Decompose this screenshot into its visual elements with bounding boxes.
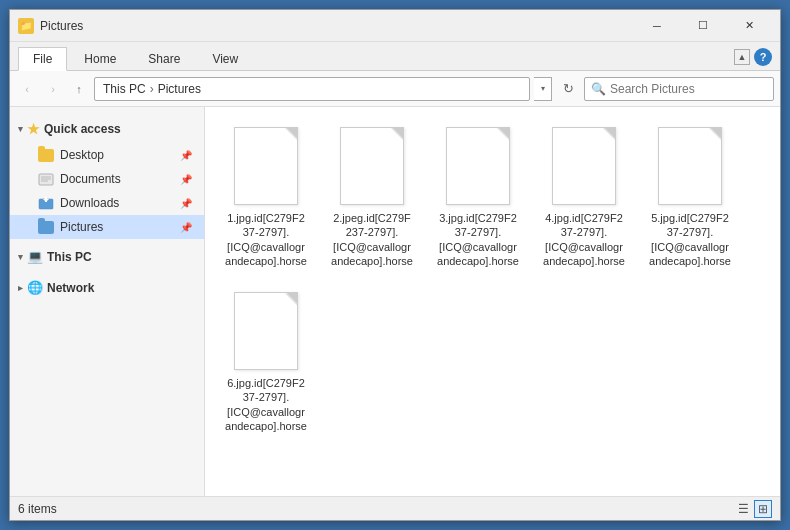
sidebar-item-pictures[interactable]: Pictures 📌 [10, 215, 204, 239]
sidebar-icon-star: ★ [27, 121, 40, 137]
sidebar-label-desktop: Desktop [60, 148, 104, 162]
address-path[interactable]: This PC › Pictures [94, 77, 530, 101]
maximize-button[interactable]: ☐ [680, 10, 726, 42]
files-grid: 1.jpg.id[C279F237-2797].[ICQ@cavallogran… [221, 123, 764, 437]
breadcrumb-separator: › [150, 82, 154, 96]
pictures-folder-icon [38, 219, 54, 235]
ribbon-tabs: File Home Share View ▲ ? [10, 42, 780, 70]
this-pc-icon: 💻 [27, 249, 43, 264]
file-icon-5 [658, 127, 722, 205]
quick-access-label: Quick access [44, 122, 121, 136]
breadcrumb-this-pc[interactable]: This PC [103, 82, 146, 96]
back-button[interactable]: ‹ [16, 78, 38, 100]
title-bar: 📁 Pictures ─ ☐ ✕ [10, 10, 780, 42]
desktop-folder-icon [38, 147, 54, 163]
svg-rect-7 [45, 197, 47, 202]
file-name-2: 2.jpeg.id[C279F237-2797].[ICQ@cavallogra… [331, 211, 413, 268]
chevron-right-network-icon: ▸ [18, 283, 23, 293]
sidebar-item-documents[interactable]: Documents 📌 [10, 167, 204, 191]
sidebar-section-quick-access[interactable]: ▾ ★ Quick access [10, 115, 204, 143]
pin-icon-downloads: 📌 [180, 198, 192, 209]
search-box[interactable]: 🔍 [584, 77, 774, 101]
sidebar-item-downloads[interactable]: Downloads 📌 [10, 191, 204, 215]
file-icon-1 [234, 127, 298, 205]
tab-view[interactable]: View [197, 47, 253, 70]
file-icon-2 [340, 127, 404, 205]
network-icon: 🌐 [27, 280, 43, 295]
documents-folder-icon [38, 171, 54, 187]
file-name-6: 6.jpg.id[C279F237-2797].[ICQ@cavallogran… [225, 376, 307, 433]
file-item[interactable]: 4.jpg.id[C279F237-2797].[ICQ@cavallogran… [539, 123, 629, 272]
search-icon: 🔍 [591, 82, 606, 96]
file-name-1: 1.jpg.id[C279F237-2797].[ICQ@cavallogran… [225, 211, 307, 268]
tab-home[interactable]: Home [69, 47, 131, 70]
chevron-down-icon: ▾ [18, 124, 23, 134]
file-name-4: 4.jpg.id[C279F237-2797].[ICQ@cavallogran… [543, 211, 625, 268]
minimize-button[interactable]: ─ [634, 10, 680, 42]
network-label: Network [47, 281, 94, 295]
address-dropdown-button[interactable]: ▾ [534, 77, 552, 101]
forward-button[interactable]: › [42, 78, 64, 100]
file-name-3: 3.jpg.id[C279F237-2797].[ICQ@cavallogran… [437, 211, 519, 268]
file-item[interactable]: 5.jpg.id[C279F237-2797].[ICQ@cavallogran… [645, 123, 735, 272]
sidebar-section-network[interactable]: ▸ 🌐 Network [10, 274, 204, 301]
sidebar-section-this-pc[interactable]: ▾ 💻 This PC [10, 243, 204, 270]
search-input[interactable] [610, 82, 767, 96]
address-bar: ‹ › ↑ This PC › Pictures ▾ ↻ 🔍 [10, 71, 780, 107]
tab-share[interactable]: Share [133, 47, 195, 70]
file-item[interactable]: 2.jpeg.id[C279F237-2797].[ICQ@cavallogra… [327, 123, 417, 272]
tab-file[interactable]: File [18, 47, 67, 71]
file-name-5: 5.jpg.id[C279F237-2797].[ICQ@cavallogran… [649, 211, 731, 268]
file-explorer-window: 📁 Pictures ─ ☐ ✕ File Home Share View ▲ … [9, 9, 781, 521]
chevron-right-icon: ▾ [18, 252, 23, 262]
status-bar: 6 items ☰ ⊞ [10, 496, 780, 520]
icon-view-button[interactable]: ⊞ [754, 500, 772, 518]
ribbon: File Home Share View ▲ ? [10, 42, 780, 71]
window-controls: ─ ☐ ✕ [634, 10, 772, 42]
refresh-button[interactable]: ↻ [556, 77, 580, 101]
file-item[interactable]: 1.jpg.id[C279F237-2797].[ICQ@cavallogran… [221, 123, 311, 272]
file-icon-3 [446, 127, 510, 205]
sidebar-label-pictures: Pictures [60, 220, 103, 234]
file-icon-4 [552, 127, 616, 205]
window-title: Pictures [40, 19, 634, 33]
file-item[interactable]: 3.jpg.id[C279F237-2797].[ICQ@cavallogran… [433, 123, 523, 272]
file-icon-6 [234, 292, 298, 370]
sidebar: ▾ ★ Quick access Desktop 📌 [10, 107, 205, 496]
help-button[interactable]: ? [754, 48, 772, 66]
main-content: ▾ ★ Quick access Desktop 📌 [10, 107, 780, 496]
list-view-button[interactable]: ☰ [734, 500, 752, 518]
sidebar-label-documents: Documents [60, 172, 121, 186]
window-icon: 📁 [18, 18, 34, 34]
file-item[interactable]: 6.jpg.id[C279F237-2797].[ICQ@cavallogran… [221, 288, 311, 437]
sidebar-item-desktop[interactable]: Desktop 📌 [10, 143, 204, 167]
pin-icon-documents: 📌 [180, 174, 192, 185]
pin-icon-desktop: 📌 [180, 150, 192, 161]
pin-icon-pictures: 📌 [180, 222, 192, 233]
item-count: 6 items [18, 502, 57, 516]
up-button[interactable]: ↑ [68, 78, 90, 100]
view-buttons: ☰ ⊞ [734, 500, 772, 518]
downloads-folder-icon [38, 195, 54, 211]
file-area: 1.jpg.id[C279F237-2797].[ICQ@cavallogran… [205, 107, 780, 496]
breadcrumb-pictures[interactable]: Pictures [158, 82, 201, 96]
sidebar-label-downloads: Downloads [60, 196, 119, 210]
ribbon-collapse-button[interactable]: ▲ [734, 49, 750, 65]
this-pc-label: This PC [47, 250, 92, 264]
close-button[interactable]: ✕ [726, 10, 772, 42]
